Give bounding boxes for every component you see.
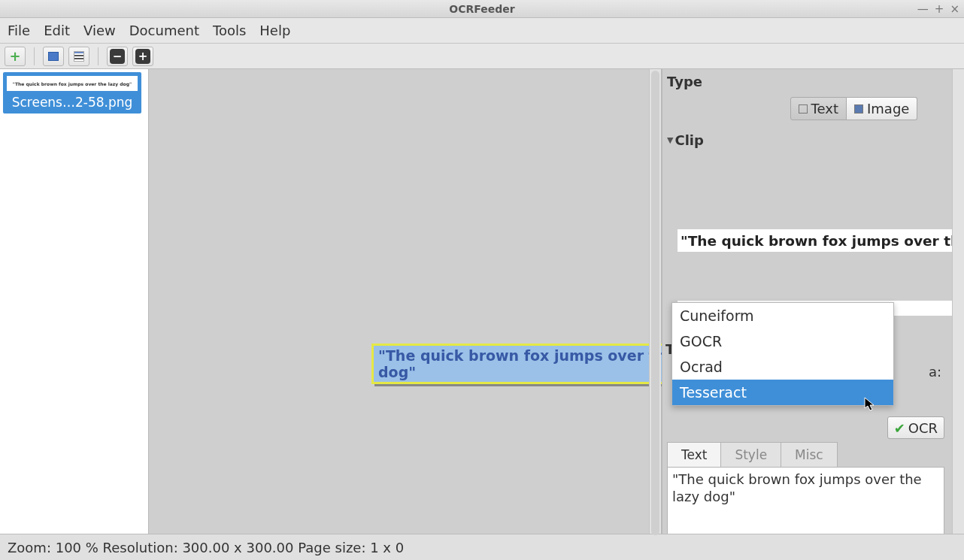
menu-edit[interactable]: Edit xyxy=(44,23,70,38)
main-area: "The quick brown fox jumps over the lazy… xyxy=(0,69,964,534)
ocr-engine-dropdown[interactable]: Cuneiform GOCR Ocrad Tesseract xyxy=(671,302,894,406)
thumbnail-preview-text: "The quick brown fox jumps over the lazy… xyxy=(13,81,132,86)
panel-scrollbar[interactable] xyxy=(952,69,964,534)
menu-tools[interactable]: Tools xyxy=(213,23,246,38)
tab-misc[interactable]: Misc xyxy=(781,442,838,467)
canvas-scrollbar[interactable] xyxy=(649,69,661,534)
type-image-button[interactable]: Image xyxy=(847,97,917,120)
engine-option-cuneiform[interactable]: Cuneiform xyxy=(672,303,893,328)
window-control-group: — + × xyxy=(917,0,959,18)
plus-icon: + xyxy=(9,48,20,64)
ocr-output-textarea[interactable] xyxy=(667,467,944,534)
thumbnail-preview: "The quick brown fox jumps over the lazy… xyxy=(7,76,138,91)
engine-option-tesseract[interactable]: Tesseract xyxy=(672,380,893,405)
select-icon xyxy=(48,52,59,61)
output-tabs: Text Style Misc xyxy=(667,442,944,467)
status-text: Zoom: 100 % Resolution: 300.00 x 300.00 … xyxy=(8,540,404,555)
add-image-button[interactable]: + xyxy=(5,47,26,66)
minus-icon: − xyxy=(110,49,125,64)
page-thumbnail[interactable]: "The quick brown fox jumps over the lazy… xyxy=(3,72,141,114)
clip-preview-area: "The quick brown fox jumps over the xyxy=(667,154,958,304)
menu-file[interactable]: File xyxy=(8,23,30,38)
text-output-section: ✔ OCR Text Style Misc xyxy=(667,416,944,534)
titlebar: OCRFeeder — + × xyxy=(0,0,964,18)
scrollbar-thumb[interactable] xyxy=(651,71,659,535)
close-button[interactable]: × xyxy=(950,4,959,15)
maximize-button[interactable]: + xyxy=(935,4,944,15)
zoom-out-button[interactable]: − xyxy=(107,47,128,66)
menubar: File Edit View Document Tools Help xyxy=(0,18,964,44)
statusbar: Zoom: 100 % Resolution: 300.00 x 300.00 … xyxy=(0,534,964,560)
cursor-icon xyxy=(864,397,876,415)
clip-header[interactable]: ▼ Clip xyxy=(667,132,958,148)
text-type-icon xyxy=(799,104,808,114)
area-label-partial: a: xyxy=(929,364,941,380)
image-type-icon xyxy=(854,104,863,114)
canvas[interactable]: "The quick brown fox jumps over the lazy… xyxy=(149,69,662,534)
toolbar-separator xyxy=(34,47,35,65)
plus-dark-icon: + xyxy=(135,49,150,64)
tab-style[interactable]: Style xyxy=(720,442,781,467)
engine-option-ocrad[interactable]: Ocrad xyxy=(672,354,893,380)
thumbnail-label: Screens…2-58.png xyxy=(12,95,133,110)
menu-document[interactable]: Document xyxy=(129,23,199,38)
type-toggle-group: Text Image xyxy=(667,97,958,120)
page-list: "The quick brown fox jumps over the lazy… xyxy=(0,69,149,534)
check-icon: ✔ xyxy=(894,420,905,436)
menu-view[interactable]: View xyxy=(83,23,116,38)
layout-lines-button[interactable] xyxy=(68,47,89,66)
engine-option-gocr[interactable]: GOCR xyxy=(672,328,893,354)
toolbar: + − + xyxy=(0,44,964,69)
menu-help[interactable]: Help xyxy=(259,23,290,38)
clip-preview: "The quick brown fox jumps over the xyxy=(678,229,958,252)
type-text-button[interactable]: Text xyxy=(790,97,847,120)
lines-icon xyxy=(74,51,84,62)
expand-icon: ▼ xyxy=(667,135,673,145)
zoom-in-button[interactable]: + xyxy=(132,47,153,66)
toolbar-separator xyxy=(98,47,99,65)
tab-text[interactable]: Text xyxy=(667,442,721,467)
ocr-button[interactable]: ✔ OCR xyxy=(887,416,944,439)
properties-panel: Type Text Image ▼ Clip "The quick brown … xyxy=(662,69,964,534)
type-header: Type xyxy=(667,74,958,89)
minimize-button[interactable]: — xyxy=(917,4,929,15)
select-all-button[interactable] xyxy=(43,47,64,66)
window-title: OCRFeeder xyxy=(449,3,514,15)
